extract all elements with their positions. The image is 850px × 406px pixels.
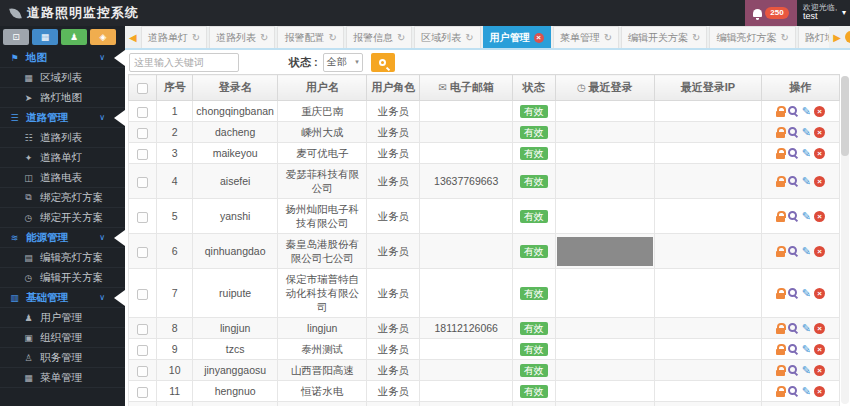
tab-alarm-info[interactable]: 报警信息↻ [346,26,412,48]
tab-streetlamp-map[interactable]: 路灯地图↻ [798,26,829,48]
delete-icon[interactable]: × [814,323,825,334]
delete-icon[interactable]: × [814,127,825,138]
delete-icon[interactable]: × [814,106,825,117]
lock-icon[interactable] [776,386,785,397]
row-checkbox[interactable] [137,177,148,188]
zoom-icon[interactable] [788,288,799,299]
close-icon[interactable]: × [534,33,544,43]
select-all-checkbox[interactable] [137,83,148,94]
refresh-icon[interactable]: ↻ [260,32,268,43]
row-checkbox[interactable] [137,345,148,356]
lock-icon[interactable] [776,344,785,355]
sidebar-item-road-single-lamp[interactable]: ✦道路单灯 [0,148,125,168]
row-checkbox[interactable] [137,387,148,398]
row-checkbox[interactable] [137,107,148,118]
lock-icon[interactable] [776,148,785,159]
delete-icon[interactable]: × [814,365,825,376]
refresh-icon[interactable]: ↻ [465,32,473,43]
sidebar-item-bind-lighting-plan[interactable]: ⧉绑定亮灯方案 [0,188,125,208]
lock-icon[interactable] [776,127,785,138]
sidebar-item-edit-switch-plan[interactable]: ◷编辑开关方案 [0,268,125,288]
sidebar-section-energy-management[interactable]: ≋能源管理∨ [0,228,125,248]
sidebar-item-menu-management[interactable]: ▦菜单管理 [0,368,125,388]
row-checkbox[interactable] [137,366,148,377]
quick-button-user[interactable]: ♟ [61,29,87,45]
zoom-icon[interactable] [788,127,799,138]
lock-icon[interactable] [776,365,785,376]
scrollbar-thumb[interactable] [841,76,849,156]
lock-icon[interactable] [776,176,785,187]
refresh-icon[interactable]: ↻ [192,32,200,43]
zoom-icon[interactable] [788,148,799,159]
row-checkbox[interactable] [137,212,148,223]
sidebar-item-position-management[interactable]: ♙职务管理 [0,348,125,368]
sidebar-item-streetlamp-map[interactable]: ➤路灯地图 [0,88,125,108]
quick-button-grid[interactable]: ▦ [32,29,58,45]
status-select[interactable]: 全部 ▾ [323,53,363,72]
search-button[interactable] [371,53,395,72]
refresh-icon[interactable]: ↻ [604,32,612,43]
user-menu[interactable]: 欢迎光临, test ▾ [797,0,850,26]
sidebar-section-map[interactable]: ⚑地图∨ [0,48,125,68]
zoom-icon[interactable] [788,211,799,222]
edit-icon[interactable]: ✎ [802,365,811,376]
edit-icon[interactable]: ✎ [802,323,811,334]
sidebar-item-bind-switch-plan[interactable]: ◷绑定开关方案 [0,208,125,228]
delete-icon[interactable]: × [814,288,825,299]
sidebar-item-edit-lighting-plan[interactable]: ▤编辑亮灯方案 [0,248,125,268]
zoom-icon[interactable] [788,246,799,257]
edit-icon[interactable]: ✎ [802,106,811,117]
tabs-scroll-left-button[interactable]: ◀ [127,32,139,43]
delete-icon[interactable]: × [814,344,825,355]
tab-menu-management[interactable]: 菜单管理↻ [553,26,619,48]
edit-icon[interactable]: ✎ [802,127,811,138]
edit-icon[interactable]: ✎ [802,148,811,159]
notifications-button[interactable]: 250 [745,0,797,26]
zoom-icon[interactable] [788,176,799,187]
lock-icon[interactable] [776,246,785,257]
delete-icon[interactable]: × [814,211,825,222]
zoom-icon[interactable] [788,365,799,376]
tabs-scroll-right-button[interactable]: ▶ [831,32,843,43]
lock-icon[interactable] [776,211,785,222]
lock-icon[interactable] [776,106,785,117]
sidebar-item-user-management[interactable]: ♟用户管理 [0,308,125,328]
tab-area-list[interactable]: 区域列表↻ [414,26,480,48]
sidebar-item-road-list[interactable]: ☷道路列表 [0,128,125,148]
sidebar-section-road-management[interactable]: ☰道路管理∨ [0,108,125,128]
tab-actions-button[interactable] [845,31,850,43]
delete-icon[interactable]: × [814,176,825,187]
lock-icon[interactable] [776,288,785,299]
row-checkbox[interactable] [137,128,148,139]
refresh-icon[interactable]: ↻ [397,32,405,43]
sidebar-item-area-list[interactable]: ▦区域列表 [0,68,125,88]
quick-button-shield[interactable]: ◈ [90,29,116,45]
sidebar-item-road-meter[interactable]: ◫道路电表 [0,168,125,188]
row-checkbox[interactable] [137,247,148,258]
edit-icon[interactable]: ✎ [802,344,811,355]
row-checkbox[interactable] [137,324,148,335]
refresh-icon[interactable]: ↻ [328,32,336,43]
lock-icon[interactable] [776,323,785,334]
sidebar-section-basic-management[interactable]: ▥基础管理∨ [0,288,125,308]
tab-user-management[interactable]: 用户管理× [483,26,551,48]
vertical-scrollbar[interactable] [841,76,849,404]
quick-button-monitor[interactable]: ⊡ [3,29,29,45]
tab-road-single-lamp[interactable]: 道路单灯↻ [141,26,207,48]
sidebar-item-org-management[interactable]: ▣组织管理 [0,328,125,348]
edit-icon[interactable]: ✎ [802,176,811,187]
edit-icon[interactable]: ✎ [802,246,811,257]
zoom-icon[interactable] [788,344,799,355]
edit-icon[interactable]: ✎ [802,211,811,222]
edit-icon[interactable]: ✎ [802,288,811,299]
zoom-icon[interactable] [788,323,799,334]
row-checkbox[interactable] [137,289,148,300]
refresh-icon[interactable]: ↻ [692,32,700,43]
refresh-icon[interactable]: ↻ [780,32,788,43]
zoom-icon[interactable] [788,386,799,397]
delete-icon[interactable]: × [814,246,825,257]
tab-edit-lighting-plan[interactable]: 编辑亮灯方案↻ [709,26,795,48]
tab-edit-switch-plan[interactable]: 编辑开关方案↻ [621,26,707,48]
row-checkbox[interactable] [137,149,148,160]
keyword-input[interactable] [129,53,239,72]
